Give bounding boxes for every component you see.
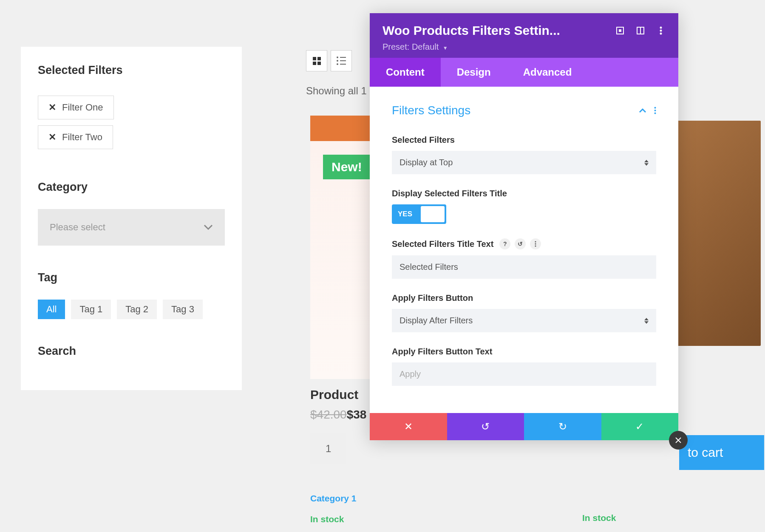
tab-content[interactable]: Content [370, 58, 441, 87]
preset-selector[interactable]: Preset: Default ▼ [382, 42, 666, 52]
more-icon[interactable] [530, 238, 541, 249]
new-price: $38 [347, 408, 367, 421]
new-badge: New! [323, 155, 371, 179]
expand-icon[interactable] [615, 26, 625, 35]
layout-icon[interactable] [636, 26, 645, 35]
undo-button[interactable]: ↺ [447, 413, 524, 440]
select-placeholder: Please select [50, 222, 105, 233]
filter-sidebar: Selected Filters ✕ Filter One ✕ Filter T… [21, 47, 242, 390]
title-text-input[interactable]: Selected Filters [392, 255, 656, 279]
chip-label: Filter One [62, 102, 103, 113]
old-price: $42.00 [310, 408, 347, 421]
grid-icon [313, 57, 321, 65]
sort-icon [644, 318, 649, 324]
svg-point-12 [535, 245, 536, 246]
svg-point-7 [654, 107, 656, 109]
tab-design[interactable]: Design [441, 58, 507, 87]
svg-point-9 [654, 113, 656, 114]
svg-point-11 [535, 243, 536, 244]
display-title-toggle[interactable]: YES [392, 204, 446, 224]
toggle-knob [421, 206, 445, 222]
list-icon [337, 57, 346, 65]
field-label: Apply Filters Button [392, 293, 656, 303]
selected-filters-heading: Selected Filters [38, 64, 225, 77]
check-icon: ✓ [635, 421, 644, 433]
svg-point-10 [535, 241, 536, 242]
resize-handle[interactable] [669, 431, 688, 450]
list-view-button[interactable] [331, 50, 352, 71]
cancel-button[interactable]: ✕ [370, 413, 447, 440]
svg-point-4 [660, 27, 662, 29]
field-label: Selected Filters Title Text ? ↺ [392, 238, 656, 249]
category-heading: Category [38, 181, 225, 194]
modal-footer: ✕ ↺ ↻ ✓ [370, 413, 678, 440]
chevron-down-icon [204, 224, 213, 230]
filter-chip[interactable]: ✕ Filter One [38, 96, 114, 119]
redo-icon: ↻ [558, 421, 567, 433]
svg-point-8 [654, 110, 656, 111]
modal-body: Filters Settings Selected Filters Displa… [370, 87, 678, 413]
section-title: Filters Settings [392, 104, 470, 117]
category-link[interactable]: Category 1 [310, 493, 357, 504]
field-label: Apply Filters Button Text [392, 347, 656, 357]
results-count: Showing all 1 [306, 85, 367, 97]
product-image[interactable] [676, 121, 761, 346]
svg-point-6 [660, 33, 662, 35]
redo-button[interactable]: ↻ [524, 413, 601, 440]
tag-pill[interactable]: Tag 1 [71, 300, 111, 319]
quantity-input[interactable]: 1 [310, 433, 346, 464]
sort-icon [644, 160, 649, 166]
field-label: Display Selected Filters Title [392, 189, 656, 198]
preset-label: Preset: Default [382, 42, 439, 51]
undo-icon: ↺ [481, 421, 490, 433]
toggle-label: YES [394, 210, 416, 218]
chip-label: Filter Two [62, 132, 102, 143]
section-header[interactable]: Filters Settings [392, 104, 656, 117]
reset-icon[interactable]: ↺ [515, 238, 526, 249]
close-icon: ✕ [404, 421, 413, 433]
modal-header: Woo Products Filters Settin... Preset: D… [370, 13, 678, 58]
apply-text-input[interactable]: Apply [392, 362, 656, 386]
tag-pill-all[interactable]: All [38, 300, 65, 319]
close-icon[interactable]: ✕ [48, 103, 56, 112]
tag-heading: Tag [38, 271, 225, 284]
product-card [676, 121, 761, 346]
more-icon[interactable] [656, 26, 666, 35]
label-text: Selected Filters Title Text [392, 239, 493, 249]
stock-status: In stock [582, 513, 616, 523]
select-value: Display at Top [400, 158, 453, 167]
caret-down-icon: ▼ [443, 45, 448, 51]
settings-modal: Woo Products Filters Settin... Preset: D… [370, 13, 678, 440]
svg-rect-1 [619, 29, 621, 32]
save-button[interactable]: ✓ [601, 413, 679, 440]
tag-list: All Tag 1 Tag 2 Tag 3 [38, 300, 225, 319]
grid-view-button[interactable] [306, 50, 327, 71]
filter-chip[interactable]: ✕ Filter Two [38, 125, 113, 149]
stock-status: In stock [310, 514, 344, 524]
more-icon[interactable] [654, 107, 656, 114]
selected-filters-select[interactable]: Display at Top [392, 151, 656, 174]
search-heading: Search [38, 345, 225, 358]
tag-pill[interactable]: Tag 2 [117, 300, 157, 319]
view-toggle [306, 50, 352, 71]
add-to-cart-button[interactable]: to cart [679, 435, 764, 470]
close-icon[interactable]: ✕ [48, 133, 56, 142]
apply-button-select[interactable]: Display After Filters [392, 309, 656, 332]
tag-pill[interactable]: Tag 3 [163, 300, 203, 319]
select-value: Display After Filters [400, 316, 473, 325]
category-select[interactable]: Please select [38, 209, 225, 246]
modal-title: Woo Products Filters Settin... [382, 23, 560, 38]
tab-advanced[interactable]: Advanced [507, 58, 588, 87]
tab-bar: Content Design Advanced [370, 58, 678, 87]
svg-point-5 [660, 30, 662, 32]
field-label: Selected Filters [392, 135, 656, 145]
help-icon[interactable]: ? [499, 238, 510, 249]
chevron-up-icon[interactable] [639, 108, 646, 113]
